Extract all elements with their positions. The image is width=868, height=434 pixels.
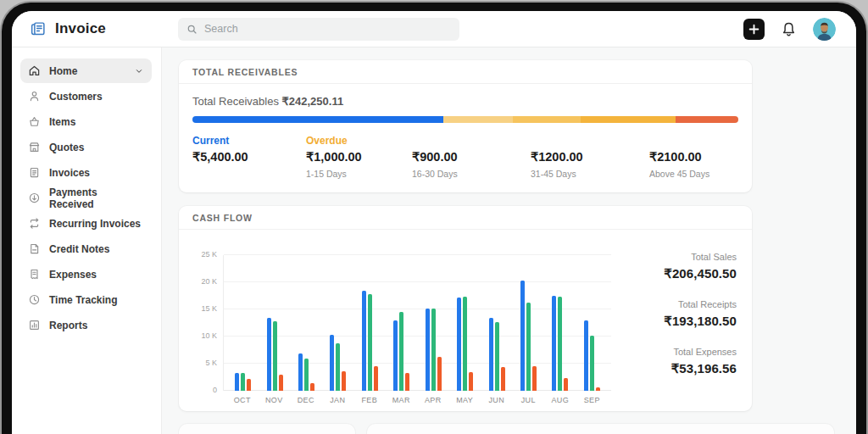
sidebar-item-label: Quotes <box>49 142 84 153</box>
invoices-document-icon <box>28 166 41 179</box>
sidebar-item-recurring-invoices[interactable]: Recurring Invoices <box>20 211 152 236</box>
stat-total-expenses: Total Expenses₹53,196.56 <box>618 347 737 376</box>
app-logo: Invoice <box>12 19 163 38</box>
x-axis-label: DEC <box>290 396 322 404</box>
partial-card-right <box>367 424 834 434</box>
reports-chart-icon <box>28 319 41 331</box>
x-axis-label: FEB <box>353 396 386 404</box>
cash-flow-x-axis: OCTNOVDECJANFEBMARAPRMAYJUNJULAUGSEP <box>223 396 611 404</box>
cash-flow-stats: Total Sales₹206,450.50Total Receipts₹193… <box>618 238 745 404</box>
aging-amount: ₹1200.00 <box>531 150 649 164</box>
bar-group-dec <box>291 255 322 391</box>
sidebar-item-label: Time Tracking <box>49 294 117 306</box>
add-new-button[interactable] <box>743 19 765 40</box>
bar-expenses-feb <box>374 366 378 391</box>
bar-group-sep <box>576 255 608 391</box>
sidebar-nav: HomeCustomersItemsQuotesInvoicesPayments… <box>12 47 162 434</box>
stat-value: ₹206,450.50 <box>618 266 737 281</box>
aging-days-range: 16-30 Days <box>412 169 531 179</box>
app-title: Invoice <box>55 20 106 37</box>
cash-flow-card: CASH FLOW 05 K10 K15 K20 K25 K OCTNOVDEC… <box>179 206 752 411</box>
time-tracking-clock-icon <box>28 293 41 306</box>
x-axis-label: JUL <box>513 396 545 404</box>
bar-sales-nov <box>267 318 271 391</box>
bar-receipts-sep <box>590 336 594 391</box>
bar-receipts-may <box>463 297 467 391</box>
credit-notes-icon <box>28 242 41 255</box>
bar-expenses-dec <box>310 383 314 391</box>
sidebar-item-home[interactable]: Home <box>20 58 152 83</box>
bar-group-may <box>449 255 481 391</box>
x-axis-label: NOV <box>259 396 291 404</box>
sidebar-item-label: Payments Received <box>49 186 144 210</box>
sidebar-item-items[interactable]: Items <box>20 109 152 134</box>
sidebar-item-label: Expenses <box>49 269 97 281</box>
sidebar-item-time-tracking[interactable]: Time Tracking <box>20 287 152 312</box>
bar-sales-may <box>457 298 461 391</box>
stat-label: Total Expenses <box>618 347 737 357</box>
sidebar-item-reports[interactable]: Reports <box>20 313 152 337</box>
aging-column: Current₹5,400.00 <box>192 135 306 179</box>
sidebar-item-invoices[interactable]: Invoices <box>20 160 152 185</box>
progress-segment-current <box>192 116 443 123</box>
y-axis-tick: 5 K <box>190 359 217 367</box>
x-axis-label: SEP <box>576 396 609 404</box>
items-basket-icon <box>28 115 41 128</box>
receivables-aging-row: Current₹5,400.00Overdue₹1,000.001-15 Day… <box>192 135 738 179</box>
y-axis-tick: 20 K <box>190 277 217 286</box>
bar-group-mar <box>386 255 417 391</box>
cash-flow-chart: 05 K10 K15 K20 K25 K OCTNOVDECJANFEBMARA… <box>189 238 618 404</box>
bar-sales-dec <box>298 353 303 391</box>
user-avatar[interactable] <box>813 18 836 41</box>
x-axis-label: AUG <box>544 396 576 404</box>
stat-value: ₹193,180.50 <box>618 314 737 329</box>
aging-days-range <box>192 169 306 179</box>
stat-label: Total Sales <box>618 252 737 262</box>
sidebar-item-expenses[interactable]: Expenses <box>20 262 152 287</box>
stat-total-sales: Total Sales₹206,450.50 <box>618 252 737 281</box>
invoice-logo-icon <box>29 19 47 38</box>
aging-column: ₹2100.00Above 45 Days <box>649 135 738 179</box>
y-axis-tick: 0 <box>190 386 217 394</box>
bar-group-apr <box>418 255 449 391</box>
total-receivables-title: TOTAL RECEIVABLES <box>179 60 752 84</box>
aging-days-range: Above 45 Days <box>649 169 738 179</box>
receivables-summary-label: Total Receivables <box>192 95 279 108</box>
search-icon <box>186 24 198 35</box>
progress-segment-overdue-1-15 <box>443 116 513 123</box>
bar-sales-apr <box>426 309 430 391</box>
x-axis-label: JAN <box>322 396 354 404</box>
cash-flow-body: 05 K10 K15 K20 K25 K OCTNOVDECJANFEBMARA… <box>179 230 752 411</box>
cash-flow-title: CASH FLOW <box>179 206 752 230</box>
aging-label: Overdue <box>306 135 412 147</box>
sidebar-item-payments-received[interactable]: Payments Received <box>20 186 152 210</box>
progress-segment-overdue-above-45 <box>676 116 738 123</box>
bar-group-aug <box>544 255 576 391</box>
aging-days-range: 31-45 Days <box>531 169 649 179</box>
x-axis-label: JUN <box>481 396 513 404</box>
bars-row <box>224 255 611 391</box>
receivables-progress-bar <box>192 116 738 123</box>
sidebar-item-quotes[interactable]: Quotes <box>20 135 152 159</box>
bar-receipts-jan <box>336 343 340 391</box>
search-input[interactable] <box>204 23 451 35</box>
quotes-storefront-icon <box>28 141 41 153</box>
bar-sales-sep <box>584 320 588 391</box>
aging-label: Current <box>192 135 306 147</box>
customers-icon <box>28 90 41 103</box>
search-box[interactable] <box>178 18 459 41</box>
sidebar-item-credit-notes[interactable]: Credit Notes <box>20 236 152 261</box>
aging-amount: ₹5,400.00 <box>192 150 306 164</box>
home-icon <box>28 64 41 77</box>
aging-label <box>531 135 649 147</box>
notifications-bell-icon[interactable] <box>781 21 797 37</box>
stat-value: ₹53,196.56 <box>618 361 737 376</box>
sidebar-item-label: Recurring Invoices <box>49 218 141 230</box>
sidebar-item-label: Customers <box>49 91 103 103</box>
y-axis-tick: 10 K <box>190 331 217 340</box>
x-axis-label: MAY <box>449 396 481 404</box>
sidebar-item-customers[interactable]: Customers <box>20 84 152 108</box>
bar-group-jun <box>481 255 512 391</box>
receivables-summary-amount: ₹242,250.11 <box>282 95 344 108</box>
stat-label: Total Receipts <box>618 299 737 309</box>
